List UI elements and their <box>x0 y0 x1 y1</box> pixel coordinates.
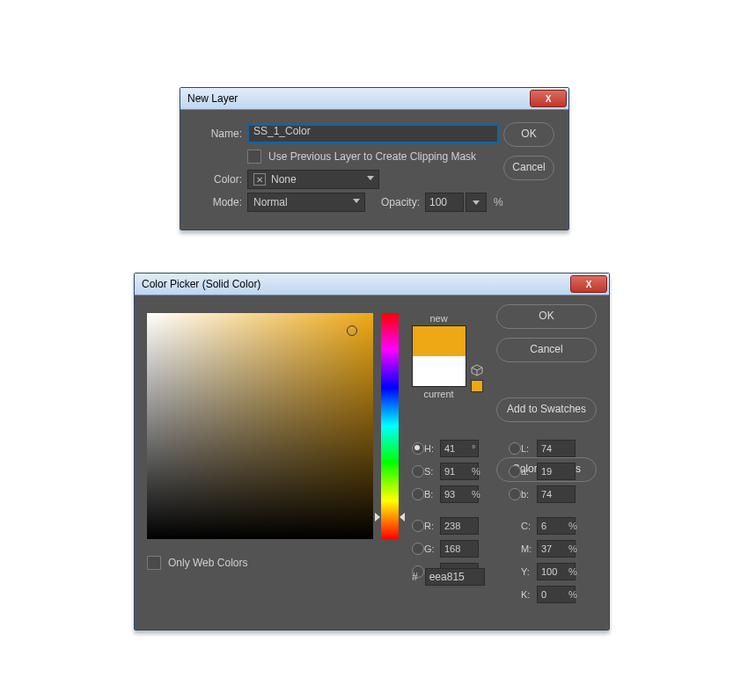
new-layer-title: New Layer <box>187 92 238 105</box>
r-label: R: <box>424 521 440 531</box>
s-label: S: <box>424 466 440 477</box>
hex-label: # <box>412 571 418 583</box>
mode-label: Mode: <box>193 196 247 208</box>
g-input[interactable]: 168 <box>440 540 479 558</box>
l-radio[interactable] <box>509 442 521 455</box>
color-value: None <box>271 173 297 186</box>
opacity-input[interactable]: 100 <box>425 193 464 212</box>
blab-input[interactable]: 74 <box>537 485 576 503</box>
new-label: new <box>410 313 467 324</box>
cube-icon <box>471 364 483 376</box>
current-label: current <box>410 389 467 399</box>
blab-radio[interactable] <box>509 488 521 500</box>
color-marker-icon <box>347 325 357 336</box>
new-layer-title-bar[interactable]: New Layer X <box>180 88 568 110</box>
c-unit: % <box>568 521 584 531</box>
only-web-colors-checkbox[interactable] <box>147 556 161 570</box>
br-radio[interactable] <box>412 488 424 500</box>
y-label: Y: <box>521 566 537 577</box>
opacity-stepper[interactable] <box>466 193 487 212</box>
hue-slider[interactable] <box>381 313 399 539</box>
color-dropdown[interactable]: ✕ None <box>247 170 379 189</box>
chevron-down-icon <box>473 201 480 205</box>
br-label: B: <box>424 489 440 499</box>
new-color-swatch[interactable] <box>413 326 466 356</box>
a-input[interactable]: 19 <box>537 463 576 480</box>
a-label: a: <box>521 466 537 477</box>
mode-dropdown[interactable]: Normal <box>247 193 365 212</box>
chevron-down-icon <box>353 199 360 203</box>
svg-line-2 <box>477 368 482 370</box>
current-color-swatch[interactable] <box>413 356 466 386</box>
gamut-swatch-icon[interactable] <box>471 380 483 392</box>
hue-indicator-icon <box>375 513 380 521</box>
color-picker-dialog: Color Picker (Solid Color) X new current… <box>134 273 610 631</box>
cancel-button[interactable]: Cancel <box>503 156 554 180</box>
y-unit: % <box>568 566 584 577</box>
br-unit: % <box>472 489 488 499</box>
mode-value: Normal <box>253 196 288 208</box>
new-current-swatches: new current <box>410 313 467 399</box>
r-input[interactable]: 238 <box>440 517 479 535</box>
blab-label: b: <box>521 489 537 499</box>
close-icon[interactable]: X <box>570 275 607 293</box>
name-label: Name: <box>193 128 247 140</box>
h-radio[interactable] <box>412 442 424 455</box>
opacity-unit: % <box>494 196 503 208</box>
add-to-swatches-button[interactable]: Add to Swatches <box>496 397 597 422</box>
g-radio[interactable] <box>412 543 424 555</box>
hex-input[interactable]: eea815 <box>425 568 485 586</box>
color-field[interactable] <box>147 313 373 539</box>
name-input[interactable]: SS_1_Color <box>247 124 499 143</box>
c-label: C: <box>521 521 537 531</box>
s-radio[interactable] <box>412 465 424 478</box>
k-label: K: <box>521 589 537 600</box>
ok-button[interactable]: OK <box>496 304 597 329</box>
color-picker-title-bar[interactable]: Color Picker (Solid Color) X <box>135 273 609 295</box>
h-label: H: <box>424 443 440 454</box>
g-label: G: <box>424 543 440 554</box>
svg-line-1 <box>472 368 477 370</box>
m-unit: % <box>568 543 584 554</box>
new-layer-dialog: New Layer X OK Cancel Name: SS_1_Color U… <box>180 87 569 230</box>
s-unit: % <box>472 466 488 477</box>
opacity-label: Opacity: <box>381 196 420 208</box>
h-unit: ° <box>472 443 488 454</box>
none-swatch-icon: ✕ <box>253 173 266 186</box>
k-unit: % <box>568 589 584 600</box>
m-label: M: <box>521 543 537 554</box>
color-picker-title: Color Picker (Solid Color) <box>142 278 260 290</box>
l-label: L: <box>521 443 537 454</box>
r-radio[interactable] <box>412 520 424 532</box>
a-radio[interactable] <box>509 465 521 478</box>
only-web-colors-label: Only Web Colors <box>168 557 247 569</box>
l-input[interactable]: 74 <box>537 440 576 457</box>
close-icon[interactable]: X <box>530 90 567 107</box>
clipping-mask-checkbox[interactable] <box>247 149 261 164</box>
hue-indicator-icon <box>400 513 405 521</box>
clipping-mask-label: Use Previous Layer to Create Clipping Ma… <box>268 150 476 163</box>
color-label: Color: <box>193 173 247 186</box>
chevron-down-icon <box>367 176 374 180</box>
ok-button[interactable]: OK <box>503 122 554 147</box>
cancel-button[interactable]: Cancel <box>496 338 597 362</box>
